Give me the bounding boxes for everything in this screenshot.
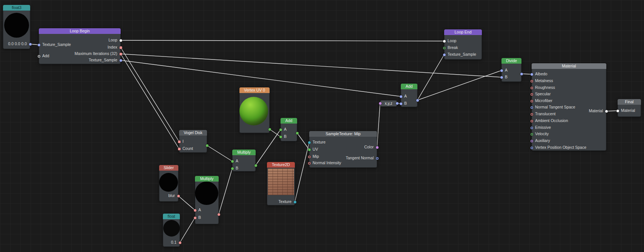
node-header-multiply2[interactable]: Multiply: [195, 176, 219, 182]
node-title-xyz: x,y,z: [380, 101, 397, 106]
node-header-float3[interactable]: float3: [3, 5, 30, 11]
preview-value-disc: [195, 182, 218, 205]
node-vogel[interactable]: Vogel Disk: [179, 130, 207, 153]
node-sample_texture[interactable]: SampleTexture: Mip: [309, 131, 377, 168]
port-loop_begin-loop[interactable]: [120, 39, 122, 42]
node-xyz[interactable]: x,y,z: [380, 100, 397, 107]
port-vogel-out[interactable]: [206, 144, 209, 147]
node-final[interactable]: Final: [618, 99, 641, 117]
port-add2-out[interactable]: [416, 99, 419, 102]
node-graph-canvas[interactable]: float30.0 0.0 0.0Loop BeginTexture_Sampl…: [0, 0, 644, 252]
edge-divide.out-material.albedo[interactable]: [521, 74, 532, 74]
port-float1-out[interactable]: [179, 241, 181, 244]
edge-loop_begin.loop-loop_end.loop[interactable]: [121, 40, 444, 41]
node-header-material[interactable]: Material: [532, 63, 606, 69]
port-multiply1-b[interactable]: [231, 167, 234, 170]
port-divide-b[interactable]: [500, 76, 503, 79]
node-add1[interactable]: Add: [281, 118, 297, 141]
edge-loop_begin.max_iter-vogel.count[interactable]: [121, 54, 179, 149]
node-header-float1[interactable]: float: [163, 214, 180, 219]
node-header-texture2d[interactable]: Texture2D: [267, 162, 295, 168]
edge-texture2d.texture-sample_texture.texture[interactable]: [295, 142, 309, 202]
node-header-vogel[interactable]: Vogel Disk: [179, 130, 207, 136]
node-header-sample_texture[interactable]: SampleTexture: Mip: [309, 131, 377, 137]
node-header-vertex_uv[interactable]: Vertex UV 0: [239, 87, 270, 93]
port-add1-out[interactable]: [296, 132, 299, 134]
port-float3-out[interactable]: [29, 43, 32, 46]
port-xyz-in[interactable]: [379, 102, 382, 105]
port-loop_begin-max_iter[interactable]: [120, 53, 122, 55]
port-material-ambient_occlusion[interactable]: [531, 120, 533, 122]
port-sample_texture-uv[interactable]: [308, 148, 311, 151]
node-header-slider[interactable]: Slider: [159, 165, 178, 171]
edge-vertex_uv.out-add1.b[interactable]: [270, 129, 281, 137]
port-sample_texture-tangent_normal[interactable]: [376, 157, 379, 160]
port-material-translucent[interactable]: [531, 113, 533, 116]
port-loop_begin-add[interactable]: [38, 55, 40, 58]
node-multiply1[interactable]: Multiply: [232, 150, 256, 171]
node-header-divide[interactable]: Divide: [501, 58, 521, 64]
port-loop_end-loop[interactable]: [443, 40, 446, 43]
port-xyz-out[interactable]: [396, 102, 399, 105]
port-sample_texture-normal_intensity[interactable]: [308, 162, 311, 165]
port-material-vertex_position_object_space[interactable]: [531, 147, 533, 149]
port-loop_begin-texture_sample_out[interactable]: [120, 59, 122, 62]
edge-slider.blur-multiply2.a[interactable]: [178, 196, 195, 210]
port-vertex_uv-out[interactable]: [268, 128, 271, 131]
port-material-emissive[interactable]: [531, 127, 533, 129]
edge-float1.out-multiply2.b[interactable]: [180, 218, 195, 243]
node-header-loop_end[interactable]: Loop End: [444, 29, 482, 35]
port-sample_texture-texture[interactable]: [308, 141, 311, 144]
port-material-velocity[interactable]: [531, 133, 533, 136]
port-slider-blur[interactable]: [177, 195, 180, 197]
edge-sample_texture.color-xyz.in[interactable]: [377, 103, 380, 147]
port-multiply1-out[interactable]: [255, 164, 257, 167]
node-loop_end[interactable]: Loop End: [444, 29, 482, 60]
port-material-roughness[interactable]: [531, 87, 533, 89]
port-loop_begin-index[interactable]: [120, 46, 122, 49]
node-add2[interactable]: Add: [401, 84, 417, 107]
port-multiply2-a[interactable]: [194, 209, 196, 212]
edge-add2.out-loop_end.texture_sample[interactable]: [417, 55, 444, 100]
port-loop_end-break[interactable]: [443, 47, 446, 49]
port-loop_end-texture_sample[interactable]: [443, 53, 446, 56]
preview-brick-texture: [268, 168, 294, 195]
port-material-material_out[interactable]: [605, 110, 608, 113]
node-divide[interactable]: Divide: [501, 58, 521, 82]
port-divide-out[interactable]: [520, 73, 523, 75]
port-add1-a[interactable]: [279, 128, 282, 131]
port-add2-a[interactable]: [400, 95, 402, 98]
node-header-loop_begin[interactable]: Loop Begin: [39, 28, 121, 34]
port-multiply2-b[interactable]: [194, 217, 196, 219]
port-vogel-i[interactable]: [178, 141, 181, 143]
port-material-normal_tangent_space[interactable]: [531, 106, 533, 109]
port-multiply1-a[interactable]: [231, 160, 234, 163]
port-add2-b[interactable]: [400, 102, 402, 105]
edge-material.material_out-final.material[interactable]: [606, 111, 618, 111]
port-material-metalness[interactable]: [531, 80, 533, 82]
node-material[interactable]: Material: [532, 63, 606, 151]
port-vogel-count[interactable]: [178, 148, 181, 150]
port-sample_texture-color[interactable]: [376, 146, 379, 149]
port-multiply2-out[interactable]: [218, 213, 220, 216]
port-material-albedo[interactable]: [531, 73, 533, 76]
port-sample_texture-mip[interactable]: [308, 156, 311, 158]
node-header-add2[interactable]: Add: [401, 84, 417, 89]
node-header-multiply1[interactable]: Multiply: [232, 150, 256, 155]
port-final-material[interactable]: [616, 110, 619, 112]
port-divide-a[interactable]: [500, 69, 503, 72]
edge-vogel.out-multiply1.a[interactable]: [207, 145, 232, 161]
port-material-microfiber[interactable]: [531, 100, 533, 102]
port-loop_begin-texture_sample_in[interactable]: [38, 44, 40, 46]
node-header-final[interactable]: Final: [618, 99, 641, 105]
preview-uv-sphere: [239, 97, 268, 125]
node-header-add1[interactable]: Add: [281, 118, 297, 124]
edge-multiply2.out-multiply1.b[interactable]: [219, 168, 232, 214]
port-add1-b[interactable]: [279, 136, 282, 138]
port-material-specular[interactable]: [531, 93, 533, 96]
node-loop_begin[interactable]: Loop Begin: [39, 28, 121, 64]
port-material-auxiliary[interactable]: [531, 140, 533, 142]
edge-add1.out-sample_texture.uv[interactable]: [297, 133, 309, 150]
edge-multiply1.out-add1.a[interactable]: [256, 130, 281, 165]
port-texture2d-texture[interactable]: [294, 201, 296, 203]
